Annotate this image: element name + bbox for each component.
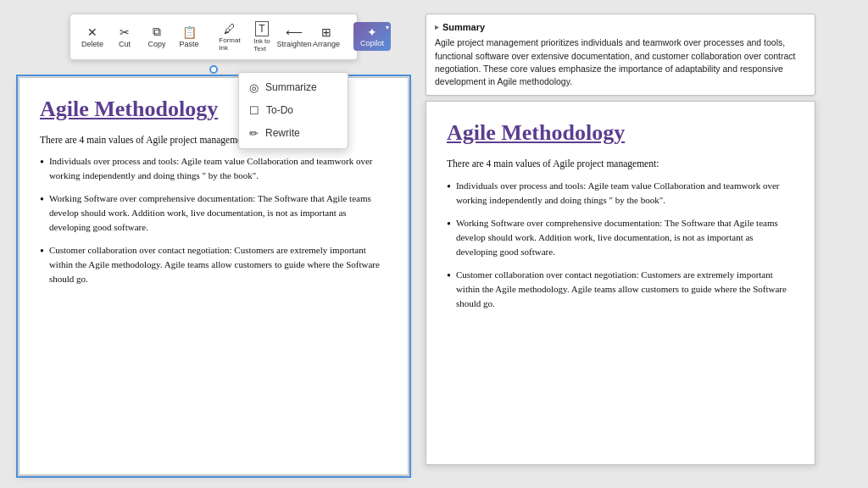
list-item: Individuals over process and tools: Agil… [447, 179, 794, 208]
left-panel: ✕ Delete ✂ Cut ⧉ Copy 📋 Paste 🖊 For [19, 14, 409, 475]
straighten-icon: ⟵ [286, 25, 303, 39]
list-item: Customer collaboration over contact nego… [40, 243, 387, 286]
copilot-dropdown-arrow-icon: ▾ [386, 24, 389, 31]
right-bullet-2-text: Working Software over comprehensive docu… [456, 216, 794, 259]
arrange-icon: ⊞ [321, 25, 331, 39]
summarize-label: Summarize [265, 81, 317, 93]
right-page-bullets: Individuals over process and tools: Agil… [447, 179, 794, 311]
arrange-button[interactable]: ⊞ Arrange [313, 24, 340, 50]
left-page-title: Agile Methodology [40, 97, 218, 122]
rewrite-label: Rewrite [265, 127, 300, 139]
format-ink-button[interactable]: 🖊 FormatInk [216, 20, 243, 53]
paste-icon: 📋 [182, 25, 197, 39]
summarize-menu-item[interactable]: ◎ Summarize [239, 76, 348, 99]
cut-label: Cut [119, 40, 131, 48]
delete-button[interactable]: ✕ Delete [79, 24, 106, 50]
summary-title-label: Summary [442, 21, 485, 35]
ink-to-text-icon: T [255, 21, 268, 36]
paste-label: Paste [179, 40, 198, 48]
right-page: Agile Methodology There are 4 main value… [426, 101, 815, 465]
copy-label: Copy [147, 40, 165, 48]
copilot-button[interactable]: ✦ Copilot ▾ [353, 22, 391, 51]
rewrite-icon: ✏ [249, 127, 259, 140]
delete-label: Delete [81, 40, 103, 48]
right-page-body: There are 4 main values of Agile project… [447, 156, 794, 311]
summarize-icon: ◎ [249, 81, 259, 94]
paste-button[interactable]: 📋 Paste [175, 24, 203, 50]
selection-handle [19, 65, 409, 74]
toolbar: ✕ Delete ✂ Cut ⧉ Copy 📋 Paste 🖊 For [70, 14, 358, 60]
list-item: Customer collaboration over contact nego… [447, 268, 794, 311]
bullet-3-text: Customer collaboration over contact nego… [49, 243, 387, 286]
list-item: Individuals over process and tools: Agil… [40, 154, 387, 183]
right-bullet-3-text: Customer collaboration over contact nego… [456, 268, 794, 311]
summary-box: ▸ Summary Agile project management prior… [426, 14, 815, 97]
ink-to-text-button[interactable]: T Ink toText [248, 19, 275, 54]
main-container: ✕ Delete ✂ Cut ⧉ Copy 📋 Paste 🖊 For [19, 14, 849, 475]
list-item: Working Software over comprehensive docu… [447, 216, 794, 259]
delete-icon: ✕ [87, 25, 97, 39]
handle-dot-icon[interactable] [209, 65, 218, 74]
format-ink-icon: 🖊 [224, 22, 236, 36]
format-ink-label: FormatInk [219, 36, 240, 52]
bullet-1-text: Individuals over process and tools: Agil… [49, 154, 387, 183]
straighten-label: Straighten [276, 40, 311, 48]
summary-collapse-icon[interactable]: ▸ [435, 22, 439, 33]
copy-button[interactable]: ⧉ Copy [143, 23, 170, 50]
left-page-body: There are 4 main values of Agile project… [40, 132, 387, 287]
left-page: Agile Methodology There are 4 main value… [19, 77, 409, 475]
list-item: Working Software over comprehensive docu… [40, 191, 387, 235]
rewrite-menu-item[interactable]: ✏ Rewrite [239, 122, 348, 145]
to-do-icon: ☐ [249, 104, 259, 117]
to-do-menu-item[interactable]: ☐ To-Do [239, 99, 348, 122]
left-page-bullets: Individuals over process and tools: Agil… [40, 154, 387, 286]
summary-title-row: ▸ Summary [435, 21, 806, 35]
cut-button[interactable]: ✂ Cut [111, 24, 138, 50]
bullet-2-text: Working Software over comprehensive docu… [49, 191, 387, 235]
arrange-label: Arrange [313, 40, 340, 48]
ink-to-text-label: Ink toText [253, 37, 270, 53]
copilot-dropdown-menu: ◎ Summarize ☐ To-Do ✏ Rewrite [238, 72, 348, 149]
copy-icon: ⧉ [153, 25, 161, 39]
summary-text: Agile project management prioritizes ind… [435, 36, 806, 88]
cut-icon: ✂ [120, 25, 130, 39]
to-do-label: To-Do [266, 104, 293, 116]
copilot-label: Copilot [360, 39, 384, 47]
right-page-title: Agile Methodology [447, 120, 625, 146]
straighten-button[interactable]: ⟵ Straighten [281, 24, 308, 50]
right-page-intro: There are 4 main values of Agile project… [447, 156, 794, 171]
right-bullet-1-text: Individuals over process and tools: Agil… [456, 179, 794, 208]
right-panel: ▸ Summary Agile project management prior… [426, 14, 815, 466]
copilot-icon: ✦ [367, 25, 377, 39]
